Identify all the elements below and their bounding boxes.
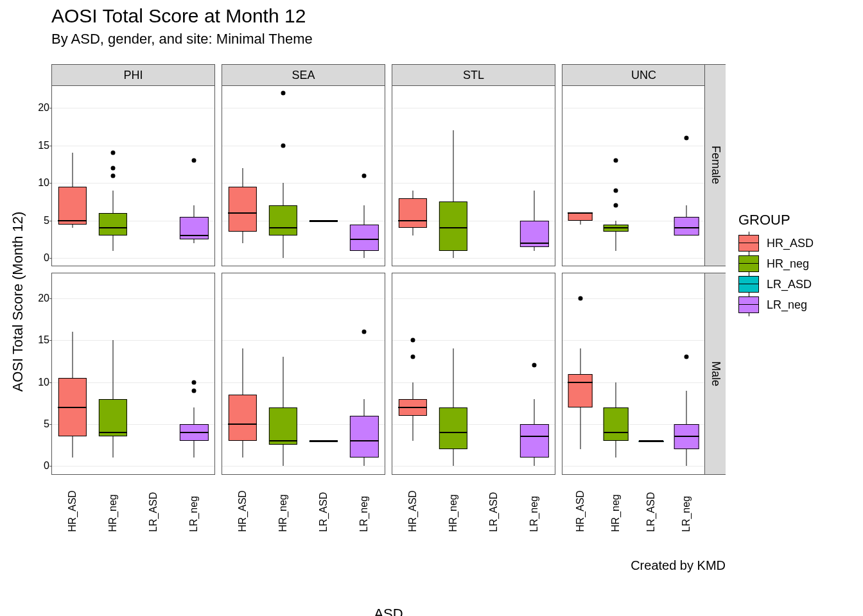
outlier-point [192,158,196,163]
plot-area: HR_ASDHR_negLR_ASDLR_neg [222,273,385,474]
outlier-point [110,151,115,155]
x-tick-label: HR_ASD [407,474,419,532]
facet-row-strip: Female [704,65,726,266]
facet-panel: HR_ASDHR_negLR_ASDLR_neg [222,273,385,475]
boxplot-box [99,213,127,235]
facet-grid: PHI05101520SEASTLUNCFemale05101520HR_ASD… [51,64,726,475]
y-tick-label: 0 [28,252,49,264]
outlier-point [578,296,582,301]
chart-area: AOSI Total Score (Month 12) PHI05101520S… [51,64,726,539]
facet-panel: HR_ASDHR_negLR_ASDLR_neg [392,273,555,475]
legend: GROUP HR_ASDHR_negLR_ASDLR_neg [738,212,814,317]
outlier-point [192,388,196,393]
chart-title: AOSI Total Score at Month 12 [51,5,313,27]
y-axis-title: AOSI Total Score (Month 12) [10,212,26,392]
outlier-point [532,363,537,368]
facet-panel: MaleHR_ASDHR_negLR_ASDLR_neg [562,273,726,475]
facet-row-strip: Male [704,273,726,474]
boxplot-box [350,416,378,458]
boxplot-box [228,187,256,232]
x-tick-label: LR_ASD [645,474,657,532]
boxplot-box [520,424,548,458]
legend-item: LR_ASD [738,276,814,293]
x-tick-label: HR_neg [448,474,459,532]
x-tick-label: LR_ASD [318,474,329,532]
x-tick-label: LR_neg [528,474,540,532]
legend-key-icon [738,235,759,252]
outlier-point [110,166,115,170]
facet-panel: 05101520HR_ASDHR_negLR_ASDLR_neg [51,273,215,475]
outlier-point [362,330,367,334]
legend-label: HR_ASD [767,237,814,250]
plot-area: HR_ASDHR_negLR_ASDLR_neg [562,273,704,474]
x-tick-label: HR_ASD [575,474,586,532]
x-tick-label: LR_neg [681,474,692,532]
x-tick-label: LR_neg [188,474,200,532]
plot-area: 05101520HR_ASDHR_negLR_ASDLR_neg [52,273,214,474]
outlier-point [410,338,415,343]
x-tick-label: HR_ASD [237,474,248,532]
y-tick-label: 0 [28,460,49,472]
outlier-point [192,380,196,384]
y-tick-label: 10 [28,177,49,189]
outlier-point [613,203,618,208]
x-tick-label: LR_ASD [148,474,159,532]
legend-item: LR_neg [738,296,814,313]
facet-col-strip: STL [392,65,555,86]
boxplot-box [350,225,378,251]
legend-label: HR_neg [767,257,809,271]
outlier-point [281,143,285,148]
x-tick-label: LR_ASD [488,474,500,532]
boxplot-box [604,407,629,441]
outlier-point [410,355,415,359]
boxplot-box [99,399,127,437]
legend-item: HR_neg [738,255,814,272]
boxplot-box [568,213,593,221]
x-tick-label: LR_neg [358,474,370,532]
facet-col-strip: SEA [222,65,385,86]
facet-panel: UNCFemale [562,64,726,266]
facet-col-strip: PHI [52,65,214,86]
outlier-point [613,158,618,163]
outlier-point [362,173,367,178]
x-tick-label: HR_neg [610,474,622,532]
facet-panel: STL [392,64,555,266]
y-tick-label: 15 [28,334,49,346]
boxplot-box [58,187,86,225]
legend-label: LR_neg [767,298,807,312]
chart-subtitle: By ASD, gender, and site: Minimal Theme [51,31,313,47]
y-tick-label: 5 [28,418,49,430]
boxplot-box [674,217,699,235]
legend-key-icon [738,276,759,293]
plot-area [392,85,555,266]
legend-label: LR_ASD [767,278,812,291]
boxplot-box [439,407,467,449]
y-tick-label: 10 [28,377,49,388]
legend-title: GROUP [738,212,814,228]
chart-caption: Created by KMD [51,558,726,573]
facet-panel: SEA [222,64,385,266]
boxplot-box [269,205,297,235]
x-axis-title: ASD [374,606,403,616]
boxplot-box [439,201,467,250]
plot-area: 05101520 [52,85,214,266]
legend-item: HR_ASD [738,235,814,252]
x-tick-label: HR_neg [107,474,119,532]
boxplot-box [228,395,256,441]
x-tick-label: HR_neg [277,474,289,532]
plot-area: HR_ASDHR_negLR_ASDLR_neg [392,273,555,474]
boxplot-box [568,374,593,407]
y-tick-label: 20 [28,102,49,114]
boxplot-box [398,198,426,228]
boxplot-box [269,407,297,445]
outlier-point [281,90,285,95]
outlier-point [684,355,689,359]
plot-area [562,85,704,266]
facet-panel: PHI05101520 [51,64,215,266]
y-tick-label: 15 [28,140,49,151]
legend-key-icon [738,255,759,272]
legend-key-icon [738,296,759,313]
facet-col-strip: UNC [562,65,725,86]
y-tick-label: 20 [28,293,49,304]
plot-area [222,85,385,266]
